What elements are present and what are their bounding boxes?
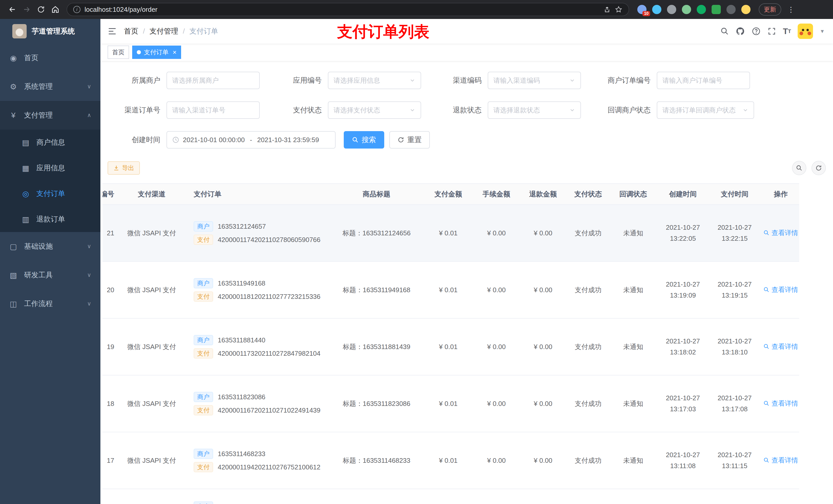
close-tab-icon[interactable]: × — [173, 49, 176, 55]
search-icon[interactable] — [720, 27, 729, 35]
pay-channel: 微信 JSAPI 支付 — [118, 432, 186, 489]
breadcrumb-home[interactable]: 首页 — [124, 26, 138, 36]
col-status: 支付状态 — [566, 184, 611, 205]
notify-status: 未通知 — [611, 262, 656, 318]
export-button[interactable]: 导出 — [108, 161, 140, 175]
sidebar-item-devtools[interactable]: ▧ 研发工具 ∨ — [0, 261, 100, 289]
app-label: 应用编号 — [269, 75, 328, 85]
merchant-order-no: 1635311881440 — [218, 336, 265, 344]
pin-extension-icon[interactable] — [727, 5, 736, 14]
document-icon: ▥ — [21, 215, 31, 224]
breadcrumb-pay[interactable]: 支付管理 — [149, 26, 178, 36]
sidebar-item-merchant-info[interactable]: ▤ 商户信息 — [0, 129, 100, 155]
font-size-icon[interactable]: TT — [783, 27, 791, 36]
col-notify: 回调状态 — [611, 184, 656, 205]
refresh-icon[interactable] — [811, 161, 826, 175]
view-detail-link[interactable]: 查看详情 — [763, 229, 798, 237]
workflow-icon: ◫ — [8, 299, 19, 308]
github-icon[interactable] — [736, 27, 745, 36]
browser-forward-button[interactable] — [20, 2, 34, 17]
help-icon[interactable] — [752, 27, 761, 36]
drop-extension-icon[interactable] — [652, 5, 661, 14]
bookmark-star-icon[interactable] — [615, 6, 622, 13]
grid-icon: ▦ — [21, 164, 31, 173]
paid-time: 2021-10-2713:11:15 — [710, 450, 759, 472]
col-refund: 退款金额 — [521, 184, 566, 205]
pay-status-select[interactable]: 请选择支付状态 — [328, 101, 421, 119]
view-detail-link[interactable]: 查看详情 — [763, 285, 798, 294]
search-button[interactable]: 搜索 — [344, 131, 384, 148]
sidebar-item-pay-order[interactable]: ◎ 支付订单 — [0, 181, 100, 207]
main-area: 首页 / 支付管理 / 支付订单 支付订单列表 — [100, 19, 833, 504]
sidebar-item-home[interactable]: ◉ 首页 — [0, 44, 100, 72]
sidebar-item-system[interactable]: ⚙ 系统管理 ∨ — [0, 72, 100, 101]
merchant-order-no-input[interactable] — [657, 72, 750, 89]
fullscreen-icon[interactable] — [767, 27, 776, 35]
show-search-icon[interactable] — [792, 161, 806, 175]
table-row: 20 微信 JSAPI 支付 商户1635311949168 支付4200001… — [102, 262, 799, 318]
channel-order-no-input[interactable] — [166, 101, 260, 119]
sidebar-item-app-info[interactable]: ▦ 应用信息 — [0, 155, 100, 181]
app-title: 芋道管理系统 — [32, 26, 75, 36]
book-extension-icon[interactable] — [712, 5, 721, 14]
user-menu-caret-icon[interactable]: ▼ — [820, 28, 825, 34]
pay-channel: 微信 JSAPI 支付 — [118, 375, 186, 432]
view-detail-link[interactable]: 查看详情 — [763, 342, 798, 351]
tab-home[interactable]: 首页 — [108, 46, 129, 59]
channel-code-select[interactable]: 请输入渠道编码 — [488, 72, 581, 89]
browser-back-button[interactable] — [5, 2, 20, 17]
pay-amount: ¥ 0.01 — [424, 432, 472, 489]
sidebar-item-refund-order[interactable]: ▥ 退款订单 — [0, 207, 100, 232]
merchant-badge: 商户 — [194, 221, 213, 232]
date-start: 2021-10-01 00:00:00 — [183, 136, 245, 144]
app-select[interactable]: 请选择应用信息 — [328, 72, 421, 89]
created-time: 2021-10-2713:18:02 — [656, 336, 710, 358]
share-icon[interactable] — [603, 6, 611, 13]
browser-reload-button[interactable] — [34, 2, 48, 17]
app-logo[interactable]: 芋道管理系统 — [0, 19, 100, 44]
merchant-badge: 商户 — [194, 449, 213, 459]
fee-amount: ¥ 0.00 — [472, 432, 521, 489]
pay-channel: 微信 JSAPI 支付 — [118, 318, 186, 375]
user-avatar[interactable] — [798, 24, 813, 39]
gray-extension-icon[interactable] — [667, 5, 676, 14]
col-paid: 支付时间 — [710, 184, 759, 205]
reset-button[interactable]: 重置 — [389, 131, 430, 148]
notify-status-select[interactable]: 请选择订单回调商户状态 — [657, 101, 754, 119]
site-info-icon[interactable]: i — [73, 6, 80, 13]
hamburger-icon[interactable] — [108, 27, 117, 36]
check-extension-icon[interactable] — [697, 5, 706, 14]
col-created: 创建时间 — [656, 184, 710, 205]
browser-menu-icon[interactable]: ⋮ — [785, 5, 796, 14]
browser-update-button[interactable]: 更新 — [759, 3, 781, 16]
create-time-range[interactable]: 2021-10-01 00:00:00 - 2021-10-31 23:59:5… — [166, 131, 336, 148]
refund-status-select[interactable]: 请选择退款状态 — [488, 101, 581, 119]
view-detail-link[interactable]: 查看详情 — [763, 456, 798, 465]
col-amount: 支付金额 — [424, 184, 472, 205]
notify-status: 未通知 — [611, 432, 656, 489]
product-title: 标题：1635311468233 — [329, 432, 424, 489]
refund-amount: ¥ 0.00 — [521, 375, 566, 432]
table-row: 21 微信 JSAPI 支付 商户1635312124657 支付4200001… — [102, 205, 799, 262]
merchant-badge: 商户 — [194, 335, 213, 345]
notify-status: 未通知 — [611, 205, 656, 262]
channel-order-no-label: 渠道订单号 — [108, 105, 166, 115]
view-detail-link[interactable]: 查看详情 — [763, 399, 798, 408]
green-extension-icon[interactable] — [682, 5, 691, 14]
sidebar-item-infra[interactable]: ▢ 基础设施 ∨ — [0, 232, 100, 261]
puzzle-extension-icon[interactable]: 10 — [637, 5, 646, 14]
browser-home-button[interactable] — [48, 2, 63, 17]
chevron-down-icon: ∨ — [87, 272, 91, 279]
sidebar-item-workflow[interactable]: ◫ 工作流程 ∨ — [0, 289, 100, 318]
channel-code-label: 渠道编码 — [430, 75, 488, 85]
merchant-input[interactable] — [166, 72, 260, 89]
address-bar[interactable]: i localhost:1024/pay/order — [67, 3, 629, 16]
page-title-annotation: 支付订单列表 — [337, 22, 429, 42]
chevron-down-icon: ∨ — [87, 301, 91, 307]
pay-amount: ¥ 0.01 — [424, 375, 472, 432]
sidebar-item-pay[interactable]: ¥ 支付管理 ∧ — [0, 101, 100, 129]
face-extension-icon[interactable] — [741, 5, 751, 14]
chevron-down-icon — [409, 107, 415, 113]
refund-amount: ¥ 0.00 — [521, 432, 566, 489]
tab-pay-order[interactable]: 支付订单 × — [132, 46, 181, 59]
